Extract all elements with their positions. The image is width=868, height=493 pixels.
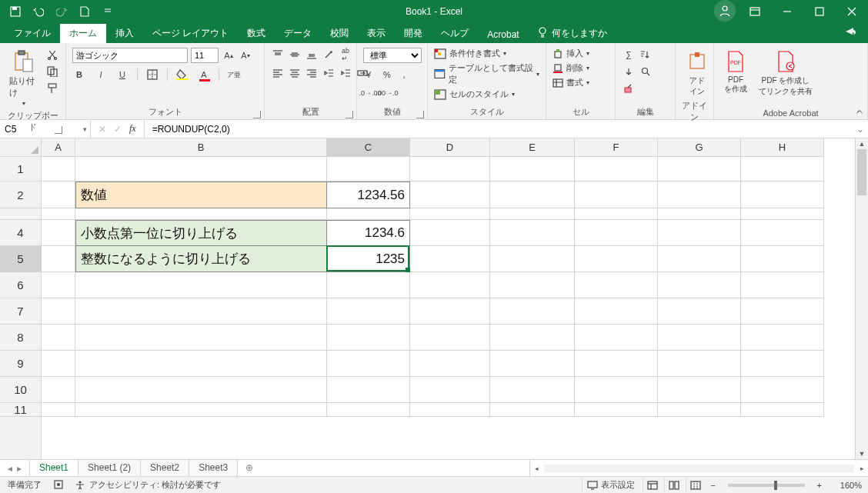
cell-E4[interactable] [490,220,575,246]
cell-F4[interactable] [575,220,658,246]
cell-C8[interactable] [327,325,410,351]
autosum-icon[interactable]: ∑ [622,48,636,62]
wrap-text-icon[interactable]: ab↵ [339,48,352,62]
cell-E8[interactable] [490,325,575,351]
tab-acrobat[interactable]: Acrobat [478,26,528,43]
macro-record-icon[interactable] [49,480,68,491]
cell-B8[interactable] [75,325,327,351]
font-name-input[interactable] [72,48,188,63]
cell-E6[interactable] [490,272,575,298]
cell-C1[interactable] [327,157,410,182]
cell-A5[interactable] [42,246,75,272]
cell-H6[interactable] [741,272,824,298]
tab-review[interactable]: 校閲 [321,24,358,43]
accessibility-status[interactable]: アクセシビリティ: 検討が必要です [68,479,229,491]
align-top-icon[interactable] [271,48,285,62]
bold-button[interactable]: B [72,68,86,82]
align-middle-icon[interactable] [288,48,302,62]
cell-F9[interactable] [575,351,658,377]
tab-insert[interactable]: 挿入 [106,24,143,43]
paste-button[interactable]: 貼り付け ▾ [6,48,41,108]
zoom-level[interactable]: 160% [828,481,862,490]
delete-cells-button[interactable]: 削除▾ [553,62,589,74]
cell-G10[interactable] [658,377,741,403]
cell-B3[interactable] [75,208,327,220]
cell-F1[interactable] [575,157,658,182]
underline-button[interactable]: U [115,68,129,82]
font-dialog-launcher[interactable] [253,111,261,118]
percent-icon[interactable]: % [380,68,394,82]
format-cells-button[interactable]: 書式▾ [553,77,589,88]
hscroll-left-icon[interactable]: ◂ [530,465,542,472]
row-header-blank[interactable] [0,208,41,220]
row-header-1[interactable]: 1 [0,157,41,182]
vertical-scrollbar[interactable]: ▲ ▼ [855,138,868,459]
formula-input[interactable]: =ROUNDUP(C2,0) [145,120,853,138]
col-header-H[interactable]: H [741,138,824,156]
cell-A2[interactable] [42,182,75,208]
col-header-F[interactable]: F [575,138,658,156]
align-dialog-launcher[interactable] [346,111,353,118]
page-layout-view-icon[interactable] [664,478,683,492]
sheet-tab-Sheet1[interactable]: Sheet1 [30,460,78,476]
cell-E1[interactable] [490,157,575,182]
cell-E11[interactable] [490,403,575,417]
cell-G1[interactable] [658,157,741,182]
cell-E10[interactable] [490,377,575,403]
row-header-11[interactable]: 11 [0,403,41,417]
enter-formula-icon[interactable]: ✓ [114,124,122,135]
cell-D9[interactable] [410,351,490,377]
redo-icon[interactable] [52,2,71,21]
cell-G7[interactable] [658,298,741,325]
cell-C11[interactable] [327,403,410,417]
sheet-tab-Sheet1-(2)[interactable]: Sheet1 (2) [78,460,141,476]
fill-icon[interactable] [622,65,636,78]
cell-H7[interactable] [741,298,824,325]
cell-A11[interactable] [42,403,75,417]
row-header-2[interactable]: 2 [0,182,41,208]
cell-style-button[interactable]: セルのスタイル▾ [434,88,515,100]
align-center-icon[interactable] [288,66,302,80]
col-header-E[interactable]: E [490,138,575,156]
cell-C5[interactable]: 1235 [327,246,410,272]
cell-A3[interactable] [42,208,75,220]
col-header-G[interactable]: G [658,138,741,156]
cell-D8[interactable] [410,325,490,351]
collapse-ribbon-icon[interactable]: ᨈ [856,106,863,116]
sheet-tab-Sheet3[interactable]: Sheet3 [189,460,238,476]
decrease-indent-icon[interactable] [322,66,336,80]
new-doc-icon[interactable] [75,2,94,21]
cell-A9[interactable] [42,351,75,377]
zoom-slider[interactable] [728,484,805,487]
row-header-8[interactable]: 8 [0,325,41,351]
increase-decimal-icon[interactable]: .0→.00 [363,86,377,100]
cell-E7[interactable] [490,298,575,325]
cell-A10[interactable] [42,377,75,403]
addin-button[interactable]: アド イン [682,48,713,98]
cell-D4[interactable] [410,220,490,246]
cell-D1[interactable] [410,157,490,182]
scroll-down-icon[interactable]: ▼ [856,448,868,459]
cell-D7[interactable] [410,298,490,325]
cell-C4[interactable]: 1234.6 [327,220,410,246]
cell-B11[interactable] [75,403,327,417]
align-bottom-icon[interactable] [305,48,319,62]
cell-C10[interactable] [327,377,410,403]
account-icon[interactable] [714,0,736,22]
tab-page-layout[interactable]: ページ レイアウト [143,24,238,43]
zoom-out-button[interactable]: − [707,481,718,490]
row-header-9[interactable]: 9 [0,351,41,377]
sheet-next-icon[interactable]: ▸ [17,463,22,474]
cell-C7[interactable] [327,298,410,325]
minimize-button[interactable] [771,0,803,23]
decrease-font-icon[interactable]: A▾ [239,48,252,62]
share-button[interactable] [834,23,868,43]
tab-file[interactable]: ファイル [5,24,60,43]
cell-G8[interactable] [658,325,741,351]
sheet-tab-Sheet2[interactable]: Sheet2 [141,460,189,476]
name-box[interactable]: C5▾ [0,120,91,138]
cell-G11[interactable] [658,403,741,417]
cell-D5[interactable] [410,246,490,272]
increase-indent-icon[interactable] [339,66,352,80]
align-right-icon[interactable] [305,66,319,80]
